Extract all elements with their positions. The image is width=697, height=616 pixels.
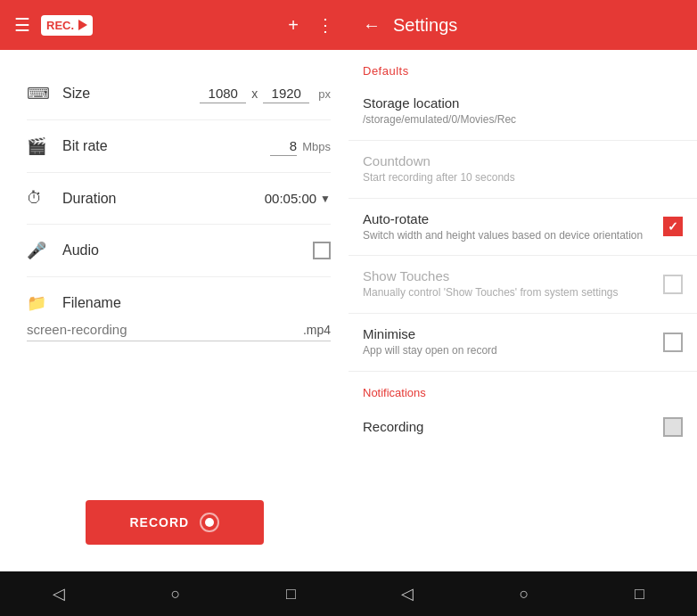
autorotate-subtitle: Switch width and height values based on … bbox=[363, 228, 652, 243]
rec-logo[interactable]: REC. bbox=[41, 15, 93, 36]
countdown-subtitle: Start recording after 10 seconds bbox=[363, 170, 683, 185]
autorotate-title: Auto-rotate bbox=[363, 211, 652, 226]
duration-dropdown-arrow: ▼ bbox=[320, 193, 331, 205]
showtouches-subtitle: Manually control 'Show Touches' from sys… bbox=[363, 285, 652, 300]
duration-select[interactable]: 00:05:00 ▼ bbox=[265, 191, 331, 206]
minimise-subtitle: App will stay open on record bbox=[363, 343, 652, 358]
notifications-section-header: Notifications bbox=[348, 372, 697, 405]
autorotate-item[interactable]: Auto-rotate Switch width and height valu… bbox=[348, 199, 697, 257]
recording-item-title: Recording bbox=[363, 419, 423, 434]
autorotate-checkmark: ✓ bbox=[668, 219, 678, 234]
record-circle-icon bbox=[200, 513, 218, 532]
minimise-text: Minimise App will stay open on record bbox=[363, 326, 652, 358]
storage-item[interactable]: Storage location /storage/emulated/0/Mov… bbox=[348, 83, 697, 141]
right-panel: ← Settings Defaults Storage location /st… bbox=[348, 0, 697, 616]
audio-icon: 🎤 bbox=[27, 241, 53, 260]
rec-logo-text: REC. bbox=[46, 19, 74, 32]
size-icon: ⌨ bbox=[27, 84, 53, 103]
duration-value: 00:05:00 bbox=[265, 191, 316, 206]
height-input[interactable] bbox=[263, 84, 309, 103]
filename-label: Filename bbox=[62, 295, 143, 311]
bitrate-label: Bit rate bbox=[62, 138, 143, 154]
right-home-icon[interactable]: ○ bbox=[520, 585, 529, 604]
left-nav-bar: ◁ ○ □ bbox=[0, 571, 348, 616]
bitrate-icon: 🎬 bbox=[27, 136, 53, 156]
size-x: x bbox=[251, 86, 258, 101]
right-recent-icon[interactable]: □ bbox=[635, 585, 644, 604]
settings-title: Settings bbox=[393, 15, 457, 36]
record-dot bbox=[205, 518, 214, 527]
back-icon[interactable]: ← bbox=[363, 15, 381, 36]
autorotate-text: Auto-rotate Switch width and height valu… bbox=[363, 211, 652, 243]
duration-icon: ⏱ bbox=[27, 189, 53, 208]
filename-label-row: 📁 Filename bbox=[27, 293, 331, 313]
record-button[interactable]: RECORD bbox=[86, 500, 264, 545]
add-icon[interactable]: + bbox=[288, 15, 299, 36]
minimise-item[interactable]: Minimise App will stay open on record bbox=[348, 314, 697, 372]
bitrate-value: Mbps bbox=[270, 136, 331, 156]
filename-ext: .mp4 bbox=[303, 323, 331, 337]
duration-row: ⏱ Duration 00:05:00 ▼ bbox=[27, 173, 331, 225]
recording-checkbox[interactable] bbox=[663, 417, 683, 437]
showtouches-checkbox bbox=[663, 275, 683, 294]
more-icon[interactable]: ⋮ bbox=[316, 14, 334, 36]
size-unit: px bbox=[318, 87, 331, 101]
rec-logo-triangle bbox=[78, 20, 87, 30]
left-header: ☰ REC. + ⋮ bbox=[0, 0, 348, 50]
autorotate-checkbox[interactable]: ✓ bbox=[663, 217, 683, 236]
bitrate-row: 🎬 Bit rate Mbps bbox=[27, 120, 331, 173]
audio-label: Audio bbox=[62, 242, 143, 259]
showtouches-title: Show Touches bbox=[363, 268, 652, 283]
showtouches-item: Show Touches Manually control 'Show Touc… bbox=[348, 256, 697, 314]
size-label: Size bbox=[62, 86, 143, 102]
left-recent-icon[interactable]: □ bbox=[286, 585, 296, 604]
size-value: x px bbox=[200, 84, 331, 103]
audio-row: 🎤 Audio bbox=[27, 225, 331, 277]
hamburger-icon[interactable]: ☰ bbox=[14, 14, 30, 36]
storage-subtitle: /storage/emulated/0/Movies/Rec bbox=[363, 112, 683, 127]
countdown-text: Countdown Start recording after 10 secon… bbox=[363, 153, 683, 185]
filename-section: 📁 Filename .mp4 bbox=[27, 277, 331, 357]
countdown-item: Countdown Start recording after 10 secon… bbox=[348, 141, 697, 199]
showtouches-text: Show Touches Manually control 'Show Touc… bbox=[363, 268, 652, 300]
minimise-title: Minimise bbox=[363, 326, 652, 341]
storage-text: Storage location /storage/emulated/0/Mov… bbox=[363, 95, 683, 127]
audio-checkbox-box[interactable] bbox=[313, 242, 331, 259]
left-header-actions: + ⋮ bbox=[288, 14, 334, 36]
filename-input[interactable] bbox=[27, 322, 299, 337]
record-btn-container: RECORD bbox=[0, 473, 348, 571]
filename-icon: 📁 bbox=[27, 293, 53, 313]
right-content: Defaults Storage location /storage/emula… bbox=[348, 50, 697, 571]
bitrate-unit: Mbps bbox=[302, 140, 331, 153]
left-panel: ☰ REC. + ⋮ ⌨ Size x px 🎬 Bit rate bbox=[0, 0, 348, 616]
minimise-checkbox[interactable] bbox=[663, 333, 683, 352]
record-btn-label: RECORD bbox=[130, 515, 190, 530]
right-back-icon[interactable]: ◁ bbox=[401, 584, 414, 604]
left-home-icon[interactable]: ○ bbox=[171, 585, 181, 604]
left-back-icon[interactable]: ◁ bbox=[53, 584, 65, 604]
right-nav-bar: ◁ ○ □ bbox=[348, 571, 697, 616]
storage-title: Storage location bbox=[363, 95, 683, 111]
filename-input-row: .mp4 bbox=[27, 322, 331, 341]
recording-item[interactable]: Recording bbox=[348, 405, 697, 449]
bitrate-input[interactable] bbox=[270, 136, 297, 156]
defaults-section-header: Defaults bbox=[348, 50, 697, 83]
duration-label: Duration bbox=[62, 191, 143, 207]
audio-checkbox[interactable] bbox=[313, 242, 331, 259]
right-header: ← Settings bbox=[348, 0, 697, 50]
countdown-title: Countdown bbox=[363, 153, 683, 168]
left-content: ⌨ Size x px 🎬 Bit rate Mbps ⏱ Duration 0… bbox=[0, 50, 348, 473]
width-input[interactable] bbox=[200, 84, 246, 103]
size-row: ⌨ Size x px bbox=[27, 68, 331, 120]
